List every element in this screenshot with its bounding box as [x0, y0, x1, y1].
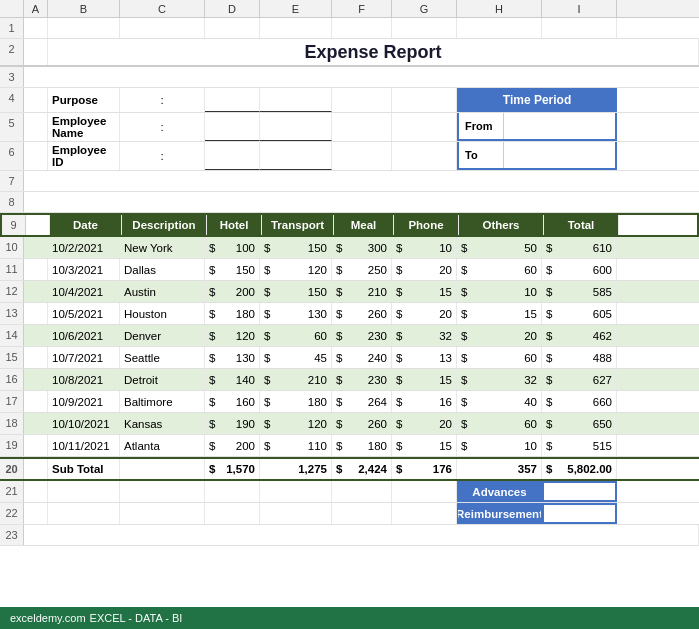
- date-cell-16: 10/8/2021: [48, 369, 120, 390]
- col-total-header: Total: [544, 215, 619, 235]
- col-meal-header: Meal: [334, 215, 394, 235]
- total-cell-12: $585: [542, 281, 617, 302]
- desc-cell-14: Denver: [120, 325, 205, 346]
- meal-cell-19: $180: [332, 435, 392, 456]
- hotel-cell-17: $160: [205, 391, 260, 412]
- total-cell-18: $650: [542, 413, 617, 434]
- transport-cell-18: $120: [260, 413, 332, 434]
- desc-cell-17: Baltimore: [120, 391, 205, 412]
- rownum-16: 16: [0, 369, 24, 390]
- date-cell-10: 10/2/2021: [48, 237, 120, 258]
- col-header-d: D: [205, 0, 260, 17]
- time-period-from-value[interactable]: [504, 113, 615, 139]
- row-6: 6 Employee ID : To: [0, 142, 699, 171]
- col-hotel-header: Hotel: [207, 215, 262, 235]
- row-2: 2 Expense Report: [0, 39, 699, 67]
- rownum-21: 21: [0, 481, 24, 502]
- reimbursement-label: Reimbursement: [457, 503, 542, 524]
- date-cell-18: 10/10/2021: [48, 413, 120, 434]
- subtotal-label: Sub Total: [48, 459, 120, 479]
- phone-cell-10: $10: [392, 237, 457, 258]
- desc-cell-19: Atlanta: [120, 435, 205, 456]
- rownum-7: 7: [0, 171, 24, 191]
- row-5: 5 Employee Name : From: [0, 113, 699, 142]
- advances-label: Advances: [457, 481, 542, 502]
- table-row-17: 17 10/9/2021 Baltimore $160 $180 $264 $1…: [0, 391, 699, 413]
- row-22: 22 Reimbursement: [0, 503, 699, 525]
- desc-cell-16: Detroit: [120, 369, 205, 390]
- phone-cell-16: $15: [392, 369, 457, 390]
- others-cell-12: $10: [457, 281, 542, 302]
- col-header-h: H: [457, 0, 542, 17]
- table-row-18: 18 10/10/2021 Kansas $190 $120 $260 $20 …: [0, 413, 699, 435]
- row-1: 1: [0, 18, 699, 39]
- transport-cell-16: $210: [260, 369, 332, 390]
- rownum-2: 2: [0, 39, 24, 65]
- table-row-12: 12 10/4/2021 Austin $200 $150 $210 $15 $…: [0, 281, 699, 303]
- rownum-8: 8: [0, 192, 24, 212]
- hotel-cell-16: $140: [205, 369, 260, 390]
- hotel-cell-14: $120: [205, 325, 260, 346]
- meal-cell-11: $250: [332, 259, 392, 280]
- rownum-14: 14: [0, 325, 24, 346]
- hotel-cell-12: $200: [205, 281, 260, 302]
- transport-cell-19: $110: [260, 435, 332, 456]
- table-header-row: 9 Date Description Hotel Transport Meal …: [0, 213, 699, 237]
- rownum-9: 9: [2, 215, 26, 235]
- status-text: exceldemy.com: [10, 612, 86, 624]
- phone-cell-18: $20: [392, 413, 457, 434]
- table-row-16: 16 10/8/2021 Detroit $140 $210 $230 $15 …: [0, 369, 699, 391]
- rownum-3: 3: [0, 67, 24, 87]
- table-row-13: 13 10/5/2021 Houston $180 $130 $260 $20 …: [0, 303, 699, 325]
- rownum-23: 23: [0, 525, 24, 545]
- rownum-22: 22: [0, 503, 24, 524]
- col-date-header: Date: [50, 215, 122, 235]
- purpose-label: Purpose: [48, 88, 120, 112]
- row-23: 23: [0, 525, 699, 546]
- subtotal-hotel: $1,570: [205, 459, 260, 479]
- meal-cell-12: $210: [332, 281, 392, 302]
- col-header-c: C: [120, 0, 205, 17]
- others-cell-17: $40: [457, 391, 542, 412]
- time-period-to-label: To: [459, 142, 504, 168]
- desc-cell-10: New York: [120, 237, 205, 258]
- report-title: Expense Report: [48, 39, 699, 65]
- rownum-13: 13: [0, 303, 24, 324]
- column-headers: A B C D E F G H I: [0, 0, 699, 18]
- others-cell-10: $50: [457, 237, 542, 258]
- row-8: 8: [0, 192, 699, 213]
- hotel-cell-18: $190: [205, 413, 260, 434]
- others-cell-14: $20: [457, 325, 542, 346]
- meal-cell-15: $240: [332, 347, 392, 368]
- meal-cell-17: $264: [332, 391, 392, 412]
- rownum-20: 20: [0, 459, 24, 479]
- hotel-cell-15: $130: [205, 347, 260, 368]
- col-header-b: B: [48, 0, 120, 17]
- hotel-cell-19: $200: [205, 435, 260, 456]
- time-period-from-label: From: [459, 113, 504, 139]
- rownum-1: 1: [0, 18, 24, 38]
- col-transport-header: Transport: [262, 215, 334, 235]
- desc-cell-18: Kansas: [120, 413, 205, 434]
- transport-cell-13: $130: [260, 303, 332, 324]
- phone-cell-19: $15: [392, 435, 457, 456]
- meal-cell-16: $230: [332, 369, 392, 390]
- table-row-11: 11 10/3/2021 Dallas $150 $120 $250 $20 $…: [0, 259, 699, 281]
- others-cell-11: $60: [457, 259, 542, 280]
- rownum-6: 6: [0, 142, 24, 170]
- purpose-colon: :: [120, 88, 205, 112]
- total-cell-17: $660: [542, 391, 617, 412]
- col-phone-header: Phone: [394, 215, 459, 235]
- date-cell-13: 10/5/2021: [48, 303, 120, 324]
- meal-cell-13: $260: [332, 303, 392, 324]
- subtotal-row: 20 Sub Total $1,570 1,275 $2,424 $176 35…: [0, 457, 699, 481]
- col-header-f: F: [332, 0, 392, 17]
- table-row-14: 14 10/6/2021 Denver $120 $60 $230 $32 $2…: [0, 325, 699, 347]
- spreadsheet: A B C D E F G H I 1 2 Expense Report 3 4…: [0, 0, 699, 629]
- subtotal-transport: 1,275: [260, 459, 332, 479]
- date-cell-15: 10/7/2021: [48, 347, 120, 368]
- corner-cell: [0, 0, 24, 17]
- rownum-11: 11: [0, 259, 24, 280]
- desc-cell-11: Dallas: [120, 259, 205, 280]
- time-period-to-value[interactable]: [504, 142, 615, 168]
